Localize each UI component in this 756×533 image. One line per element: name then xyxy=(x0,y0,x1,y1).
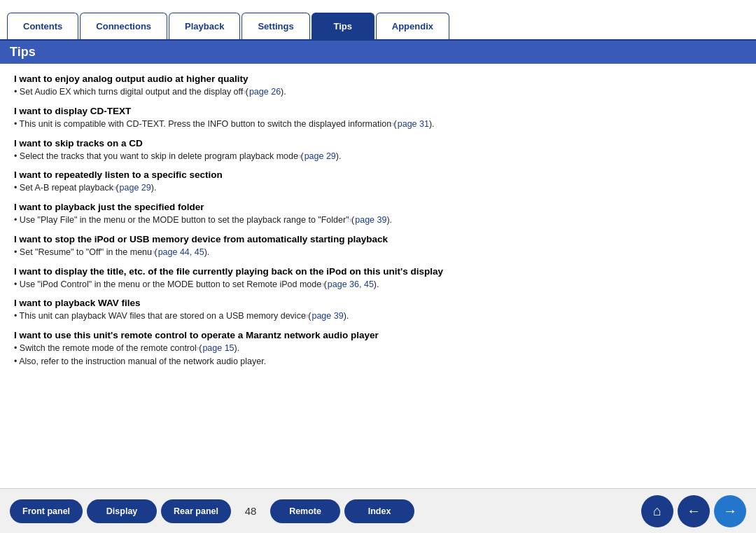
section-heading-s4: I want to repeatedly listen to a specifi… xyxy=(14,169,742,180)
bullet: • Use "iPod Control" in the menu or the … xyxy=(14,278,742,291)
section-s5: I want to playback just the specified fo… xyxy=(14,202,742,227)
section-heading-s3: I want to skip tracks on a CD xyxy=(14,138,742,148)
back-button[interactable]: ← xyxy=(678,495,710,527)
section-body-s1: • Set Audio EX which turns digital outpu… xyxy=(14,85,742,99)
section-body-s5: • Use "Play File" in the menu or the MOD… xyxy=(14,214,742,227)
section-heading-s7: I want to display the title, etc. of the… xyxy=(14,266,742,277)
index-button[interactable]: Index xyxy=(344,499,414,523)
main-content: I want to enjoy analog output audio at h… xyxy=(0,64,756,487)
bullet: • Set "Resume" to "Off" in the menu (☞pa… xyxy=(14,246,742,259)
bullet: • Also, refer to the instruction manual … xyxy=(14,355,742,368)
front-panel-button[interactable]: Front panel xyxy=(10,499,83,523)
section-heading-s9: I want to use this unit's remote control… xyxy=(14,330,742,340)
bullet: • Select the tracks that you want to ski… xyxy=(14,150,742,163)
home-icon: ⌂ xyxy=(653,503,662,519)
section-s4: I want to repeatedly listen to a specifi… xyxy=(14,169,742,195)
section-body-s8: • This unit can playback WAV files that … xyxy=(14,310,742,323)
bullet: • This unit can playback WAV files that … xyxy=(14,310,742,323)
section-body-s2: • This unit is compatible with CD-TEXT. … xyxy=(14,118,742,131)
forward-button[interactable]: → xyxy=(714,495,746,527)
section-heading-s2: I want to display CD-TEXT xyxy=(14,106,742,116)
tab-playback[interactable]: Playback xyxy=(169,13,240,39)
section-s7: I want to display the title, etc. of the… xyxy=(14,266,742,291)
bullet: • Set Audio EX which turns digital outpu… xyxy=(14,85,742,99)
section-body-s4: • Set A-B repeat playback (☞page 29). xyxy=(14,181,742,195)
page-number: 48 xyxy=(241,505,260,517)
section-heading-s6: I want to stop the iPod or USB memory de… xyxy=(14,234,742,244)
bullet: • Set A-B repeat playback (☞page 29). xyxy=(14,181,742,195)
rear-panel-button[interactable]: Rear panel xyxy=(161,499,231,523)
section-s1: I want to enjoy analog output audio at h… xyxy=(14,74,742,99)
section-s9: I want to use this unit's remote control… xyxy=(14,330,742,368)
tab-contents[interactable]: Contents xyxy=(7,13,78,39)
page-title: Tips xyxy=(0,41,756,64)
back-icon: ← xyxy=(687,503,701,519)
tab-connections[interactable]: Connections xyxy=(80,13,167,39)
section-heading-s8: I want to playback WAV files xyxy=(14,298,742,308)
home-button[interactable]: ⌂ xyxy=(641,495,673,527)
section-s8: I want to playback WAV files• This unit … xyxy=(14,298,742,323)
bullet: • Switch the remote mode of the remote c… xyxy=(14,342,742,355)
section-s3: I want to skip tracks on a CD• Select th… xyxy=(14,138,742,163)
display-button[interactable]: Display xyxy=(87,499,157,523)
remote-button[interactable]: Remote xyxy=(270,499,340,523)
section-s2: I want to display CD-TEXT• This unit is … xyxy=(14,106,742,131)
bottom-bar: Front panelDisplayRear panel48RemoteInde… xyxy=(0,488,756,533)
section-heading-s1: I want to enjoy analog output audio at h… xyxy=(14,74,742,84)
tab-bar: ContentsConnectionsPlaybackSettingsTipsA… xyxy=(0,0,756,41)
section-heading-s5: I want to playback just the specified fo… xyxy=(14,202,742,212)
section-body-s7: • Use "iPod Control" in the menu or the … xyxy=(14,278,742,291)
section-s6: I want to stop the iPod or USB memory de… xyxy=(14,234,742,259)
section-body-s9: • Switch the remote mode of the remote c… xyxy=(14,342,742,368)
tab-settings[interactable]: Settings xyxy=(241,13,309,39)
tab-appendix[interactable]: Appendix xyxy=(376,13,449,39)
tab-tips[interactable]: Tips xyxy=(312,13,374,39)
section-body-s6: • Set "Resume" to "Off" in the menu (☞pa… xyxy=(14,246,742,259)
section-body-s3: • Select the tracks that you want to ski… xyxy=(14,150,742,163)
bullet: • This unit is compatible with CD-TEXT. … xyxy=(14,118,742,131)
forward-icon: → xyxy=(723,503,737,519)
bullet: • Use "Play File" in the menu or the MOD… xyxy=(14,214,742,227)
